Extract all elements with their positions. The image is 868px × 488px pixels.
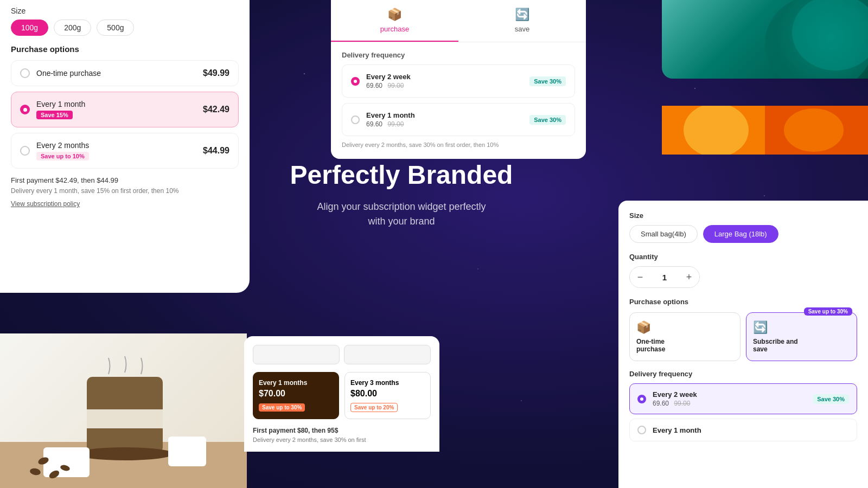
freq-2week-name: Every 2 week [366, 73, 523, 81]
rp-qty-increase[interactable]: + [679, 267, 699, 287]
rp-freq-radio-1month [637, 426, 646, 434]
rp-qty-decrease[interactable]: − [630, 267, 650, 287]
thumbnail-1 [662, 106, 765, 155]
tab-one-time-label: purchase [380, 25, 409, 33]
rp-po-subscribe[interactable]: Save up to 30% 🔄 Subscribe andsave [746, 312, 857, 361]
bc-freq-1month-name: Every 1 months [259, 379, 333, 387]
tab-subscribe[interactable]: 🔄 save [458, 0, 586, 42]
bc-freq-3month-price: $80.00 [350, 389, 425, 399]
payment-info: First payment $42.49, then $44.99 [11, 176, 239, 184]
freq-1month[interactable]: Every 1 month 69.60 99.00 Save 30% [342, 103, 575, 136]
option-bimonthly-name: Every 2 months [36, 141, 196, 150]
hero-section: Perfectly Branded Align your subscriptio… [266, 160, 537, 229]
option-monthly-price: $42.49 [203, 105, 229, 114]
svg-rect-10 [168, 436, 206, 466]
bc-freq-options: Every 1 months $70.00 Save up to 30% Eve… [253, 372, 431, 419]
bc-freq-1month[interactable]: Every 1 months $70.00 Save up to 30% [253, 372, 339, 419]
right-branded-panel: Size Small bag(4lb) Large Bag (18lb) Qua… [618, 201, 868, 488]
coffee-image [0, 333, 247, 488]
freq-2week-prices: 69.60 99.00 [366, 82, 523, 89]
option-bimonthly-badge: Save up to 10% [36, 152, 89, 160]
option-monthly-name: Every 1 month [36, 100, 196, 108]
refresh-icon: 🔄 [515, 8, 529, 22]
delivery-freq-label: Delivery frequency [331, 51, 586, 59]
bc-delivery-info: Delivery every 2 months, save 30% on fir… [253, 436, 431, 443]
box-icon: 📦 [387, 8, 402, 22]
rp-qty-control: − 1 + [629, 266, 700, 288]
bc-freq-3month[interactable]: Every 3 months $80.00 Save up to 20% [344, 372, 431, 419]
svg-rect-8 [87, 409, 163, 428]
svg-point-3 [684, 106, 749, 155]
thumbnail-2 [765, 106, 868, 155]
top-center-panel: 📦 purchase 🔄 save Delivery frequency Eve… [331, 0, 586, 159]
rp-box-icon: 📦 [636, 320, 651, 335]
teal-bowl-visual [662, 0, 868, 79]
freq-2week-badge: Save 30% [529, 76, 566, 86]
delivery-note: Delivery every 2 months, save 30% on fir… [331, 142, 586, 148]
radio-monthly [20, 105, 30, 114]
size-100g[interactable]: 100g [11, 20, 48, 36]
rp-save-tag: Save up to 30% [804, 307, 852, 316]
purchase-options-label: Purchase options [11, 44, 239, 54]
option-bimonthly-price: $44.99 [203, 146, 229, 156]
size-200g[interactable]: 200g [54, 20, 91, 36]
right-thumbnails [662, 106, 868, 155]
teal-bowl-image [662, 0, 868, 79]
svg-point-5 [784, 108, 844, 152]
rp-po-one-time-name: One-timepurchase [636, 338, 665, 353]
radio-one-time [20, 68, 30, 78]
bc-freq-1month-badge: Save up to 30% [259, 403, 305, 412]
size-500g[interactable]: 500g [97, 20, 134, 36]
freq-2week[interactable]: Every 2 week 69.60 99.00 Save 30% [342, 65, 575, 98]
option-bimonthly[interactable]: Every 2 months Save up to 10% $44.99 [11, 133, 239, 169]
freq-radio-2week [351, 77, 360, 86]
freq-1month-badge: Save 30% [529, 115, 566, 125]
view-policy-link[interactable]: View subscription policy [11, 200, 80, 208]
rp-freq-2week-name: Every 2 week [653, 390, 806, 399]
bc-freq-3month-badge: Save up to 20% [350, 403, 398, 412]
rp-size-label: Size [629, 211, 857, 220]
bc-freq-3month-name: Every 3 months [350, 379, 425, 387]
rp-freq-1month[interactable]: Every 1 month [629, 419, 857, 441]
rp-qty-value: 1 [650, 273, 679, 282]
bc-payment-info: First payment $80, then 95$ [253, 427, 431, 434]
delivery-info: Delivery every 1 month, save 15% on firs… [11, 187, 239, 195]
rp-freq-1month-name: Every 1 month [653, 426, 849, 434]
rp-freq-radio-2week [637, 395, 646, 403]
option-one-time-price: $49.99 [203, 68, 229, 78]
rp-size-options: Small bag(4lb) Large Bag (18lb) [629, 225, 857, 243]
rp-delivery-label: Delivery frequency [629, 370, 857, 378]
size-label: Size [11, 7, 239, 15]
hero-title: Perfectly Branded [266, 160, 537, 190]
bc-freq-1month-price: $70.00 [259, 389, 333, 399]
hero-subtitle: Align your subscription widget perfectly… [266, 200, 537, 229]
tab-subscribe-label: save [515, 25, 529, 33]
freq-1month-name: Every 1 month [366, 111, 523, 119]
purchase-tabs: 📦 purchase 🔄 save [331, 0, 586, 42]
option-one-time[interactable]: One-time purchase $49.99 [11, 60, 239, 86]
rp-freq-2week[interactable]: Every 2 week 69.60 99.00 Save 30% [629, 383, 857, 414]
svg-point-1 [792, 0, 868, 70]
rp-po-one-time[interactable]: 📦 One-timepurchase [629, 312, 741, 361]
rp-size-large[interactable]: Large Bag (18lb) [703, 225, 778, 243]
rp-size-small[interactable]: Small bag(4lb) [629, 225, 698, 243]
size-options: 100g 200g 500g [11, 20, 239, 36]
option-monthly[interactable]: Every 1 month Save 15% $42.49 [11, 92, 239, 127]
rp-freq-2week-badge: Save 30% [813, 394, 849, 404]
rp-qty-label: Quantity [629, 253, 857, 261]
svg-point-0 [765, 0, 868, 79]
bc-tab-2[interactable] [344, 345, 431, 364]
rp-freq-2week-prices: 69.60 99.00 [653, 400, 806, 407]
bc-tab-1[interactable] [253, 345, 340, 364]
rp-refresh-icon: 🔄 [753, 320, 768, 335]
rp-purchase-options: 📦 One-timepurchase Save up to 30% 🔄 Subs… [629, 312, 857, 361]
svg-rect-11 [43, 447, 90, 477]
bc-tabs [253, 345, 431, 364]
radio-bimonthly [20, 146, 30, 156]
freq-radio-1month [351, 115, 360, 124]
bottom-center-panel: Every 1 months $70.00 Save up to 30% Eve… [244, 336, 439, 452]
svg-point-9 [76, 447, 174, 460]
tab-one-time[interactable]: 📦 purchase [331, 0, 458, 42]
option-monthly-badge: Save 15% [36, 111, 73, 119]
left-subscription-panel: Size 100g 200g 500g Purchase options One… [0, 0, 250, 293]
